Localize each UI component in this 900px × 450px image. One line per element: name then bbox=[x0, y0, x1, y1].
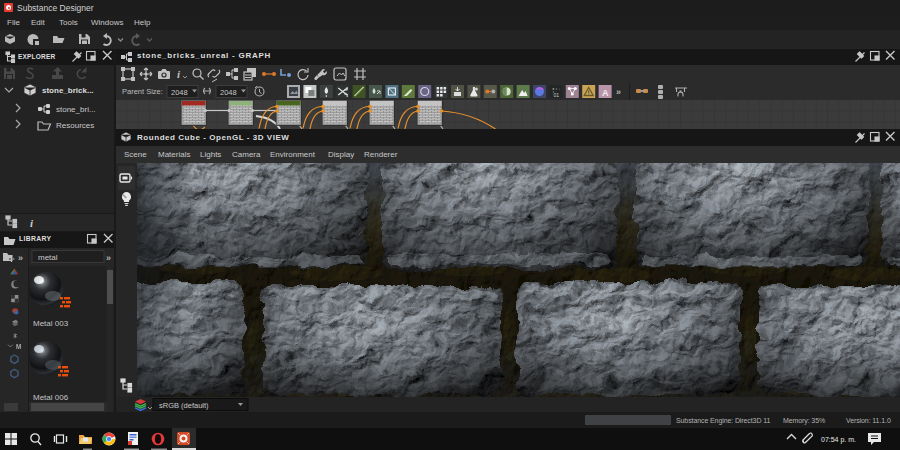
svg-text:07:54 p. m.: 07:54 p. m. bbox=[821, 436, 856, 444]
